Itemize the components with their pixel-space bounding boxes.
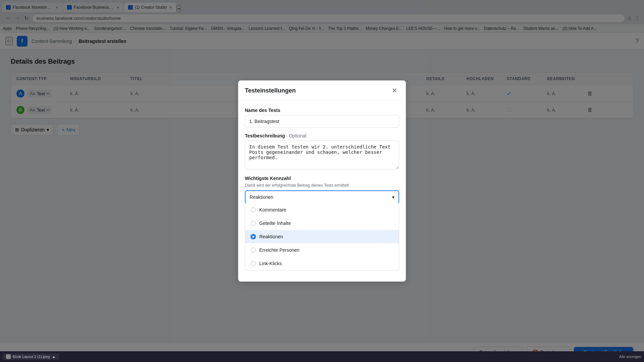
dropdown-chevron-icon: ▾: [392, 194, 394, 200]
dropdown-item-kommentare[interactable]: Kommentare: [245, 203, 399, 217]
metric-dropdown[interactable]: Reaktionen ▾: [245, 190, 399, 204]
form-group-name: Name des Tests: [245, 108, 399, 128]
radio-geteilteinhalte: [251, 221, 256, 226]
dropdown-item-linkklicks[interactable]: Link-Klicks: [245, 257, 399, 270]
dropdown-label-kommentare: Kommentare: [259, 207, 286, 213]
modal-title: Testeinstellungen: [245, 87, 296, 94]
modal-overlay[interactable]: Testeinstellungen ✕ Name des Tests Testb…: [0, 0, 644, 362]
radio-reaktionen: [251, 234, 256, 239]
taskbar-file-label: Book Layout 2 (1).jpeg: [13, 355, 50, 359]
radio-kommentare: [251, 207, 256, 213]
taskbar: Book Layout 2 (1).jpeg ▲ Alle anzeigen: [0, 351, 644, 362]
metric-dropdown-list: Kommentare Geteilte Inhalte Reaktionen E…: [245, 203, 399, 270]
taskbar-file-item[interactable]: Book Layout 2 (1).jpeg ▲: [3, 354, 59, 360]
dropdown-label-erreichtepersonen: Erreichte Personen: [259, 247, 300, 253]
taskbar-file-icon: [6, 354, 11, 359]
dropdown-item-erreichtepersonen[interactable]: Erreichte Personen: [245, 243, 399, 257]
form-group-metric: Wichtigste Kennzahl Damit wird der erfol…: [245, 176, 399, 270]
taskbar-file-arrow: ▲: [52, 355, 56, 359]
metric-sublabel: Damit wird der erfolgreichste Beitrag de…: [245, 183, 399, 188]
optional-label: · Optional: [286, 133, 306, 138]
modal-body: Name des Tests Testbeschreibung · Option…: [238, 101, 406, 282]
modal-header: Testeinstellungen ✕: [238, 80, 406, 101]
modal-close-button[interactable]: ✕: [390, 86, 399, 95]
description-textarea[interactable]: [245, 140, 399, 169]
dropdown-label-reaktionen: Reaktionen: [259, 234, 283, 239]
radio-erreichtepersonen: [251, 247, 256, 253]
name-label: Name des Tests: [245, 108, 399, 113]
dropdown-item-geteilteinhalte[interactable]: Geteilte Inhalte: [245, 217, 399, 230]
dropdown-item-reaktionen[interactable]: Reaktionen: [245, 230, 399, 243]
test-name-input[interactable]: [245, 115, 399, 128]
modal: Testeinstellungen ✕ Name des Tests Testb…: [238, 80, 406, 282]
dropdown-label-geteilteinhalte: Geteilte Inhalte: [259, 221, 291, 226]
taskbar-show-all[interactable]: Alle anzeigen: [619, 355, 641, 359]
radio-linkklicks: [251, 261, 256, 266]
description-label: Testbeschreibung · Optional: [245, 133, 399, 138]
form-group-description: Testbeschreibung · Optional: [245, 133, 399, 170]
metric-selected-value: Reaktionen: [250, 194, 273, 200]
dropdown-label-linkklicks: Link-Klicks: [259, 261, 282, 266]
metric-label: Wichtigste Kennzahl: [245, 176, 399, 181]
